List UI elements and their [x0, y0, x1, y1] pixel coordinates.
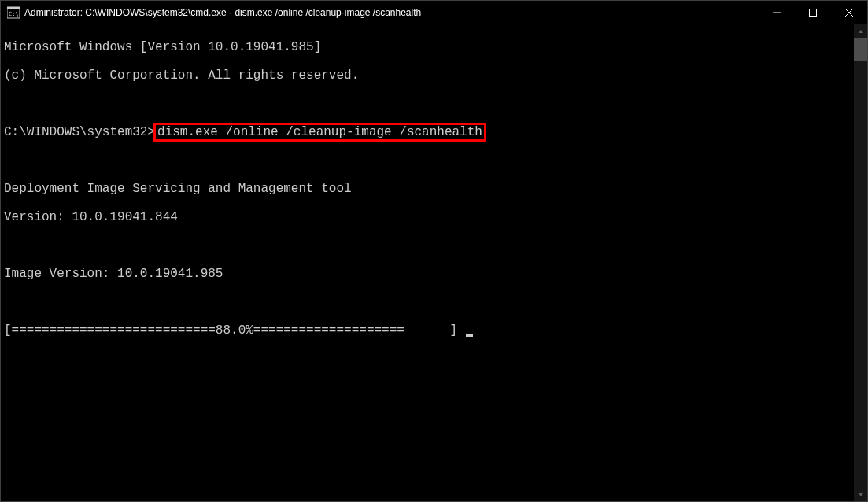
cursor: [466, 334, 473, 337]
command-text: dism.exe /online /cleanup-image /scanhea…: [157, 125, 482, 139]
prompt-text: C:\WINDOWS\system32>: [4, 125, 155, 139]
scroll-down-arrow[interactable]: [854, 488, 867, 501]
svg-rect-4: [810, 9, 817, 17]
content-area: Microsoft Windows [Version 10.0.19041.98…: [1, 24, 867, 501]
maximize-button[interactable]: [795, 1, 831, 24]
blank-line: [4, 238, 851, 253]
window-controls: [759, 1, 867, 24]
svg-marker-8: [859, 493, 863, 496]
progress-line: [===========================88.0%=======…: [4, 323, 851, 338]
image-version-line: Image Version: 10.0.19041.985: [4, 267, 851, 281]
vertical-scrollbar[interactable]: [854, 24, 867, 501]
progress-bar: [===========================88.0%=======…: [4, 323, 465, 338]
cmd-window: C:\ Administrator: C:\WINDOWS\system32\c…: [0, 0, 868, 502]
tool-name-line: Deployment Image Servicing and Managemen…: [4, 182, 851, 196]
blank-line: [4, 153, 851, 168]
blank-line: [4, 97, 851, 111]
scrollbar-track[interactable]: [854, 38, 867, 488]
minimize-button[interactable]: [759, 1, 795, 24]
svg-marker-7: [859, 30, 863, 33]
titlebar[interactable]: C:\ Administrator: C:\WINDOWS\system32\c…: [1, 1, 867, 24]
os-version-line: Microsoft Windows [Version 10.0.19041.98…: [4, 40, 851, 54]
scrollbar-thumb[interactable]: [854, 38, 867, 61]
blank-line: [4, 295, 851, 309]
scroll-up-arrow[interactable]: [854, 24, 867, 38]
terminal-output[interactable]: Microsoft Windows [Version 10.0.19041.98…: [1, 24, 854, 501]
copyright-line: (c) Microsoft Corporation. All rights re…: [4, 68, 851, 83]
svg-rect-1: [7, 7, 20, 9]
cmd-icon: C:\: [7, 6, 20, 19]
tool-version-line: Version: 10.0.19041.844: [4, 210, 851, 224]
svg-text:C:\: C:\: [9, 11, 19, 17]
window-title: Administrator: C:\WINDOWS\system32\cmd.e…: [24, 7, 759, 18]
close-button[interactable]: [831, 1, 867, 24]
prompt-line: C:\WINDOWS\system32>dism.exe /online /cl…: [4, 125, 851, 139]
command-highlight: dism.exe /online /cleanup-image /scanhea…: [153, 123, 486, 142]
